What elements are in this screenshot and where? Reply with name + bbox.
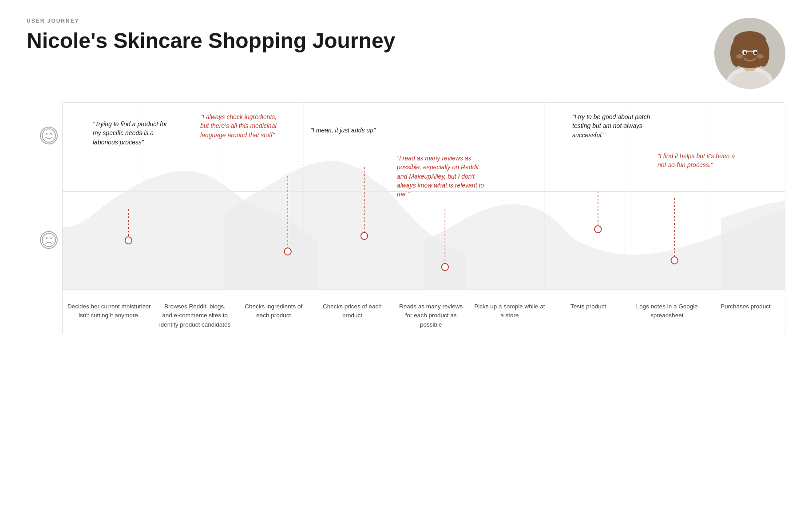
svg-point-16 xyxy=(42,129,55,142)
steps-row: Decides her current moisturizer isn't cu… xyxy=(63,289,785,334)
step-item-1: Decides her current moisturizer isn't cu… xyxy=(63,302,155,329)
svg-point-28 xyxy=(361,232,368,240)
avatar xyxy=(714,18,785,89)
svg-point-19 xyxy=(42,233,55,247)
step-item-9: Purchases product xyxy=(706,302,785,329)
svg-point-8 xyxy=(732,52,768,68)
journey-container: "Trying to find a product for my specifi… xyxy=(62,102,785,334)
quote-2: "I always check ingredients, but there's… xyxy=(200,112,282,140)
step-item-5: Reads as many reviews for each product a… xyxy=(392,302,470,329)
journey-wrapper: "Trying to find a product for my specifi… xyxy=(27,102,785,334)
svg-point-17 xyxy=(46,133,48,135)
svg-point-21 xyxy=(50,237,52,239)
step-item-3: Checks ingredients of each product xyxy=(234,302,313,329)
svg-point-20 xyxy=(46,237,48,239)
quote-3: "I mean, it just adds up" xyxy=(310,126,376,135)
step-item-6: Picks up a sample while at a store xyxy=(470,302,549,329)
header-left: USER JOURNEY Nicole's Skincare Shopping … xyxy=(27,18,395,53)
svg-point-14 xyxy=(757,54,764,59)
emotion-icons xyxy=(40,102,58,289)
svg-point-12 xyxy=(754,52,757,55)
quote-1: "Trying to find a product for my specifi… xyxy=(93,120,170,147)
step-item-7: Tests product xyxy=(549,302,627,329)
happy-icon xyxy=(40,127,58,144)
step-item-4: Checks prices of each product xyxy=(313,302,392,329)
step-item-2: Browses Reddit, blogs, and e-commerce si… xyxy=(155,302,234,329)
svg-point-26 xyxy=(285,248,291,255)
quote-5: "I try to be good about patch testing bu… xyxy=(572,112,657,140)
quote-6: "I find it helps but it's been a not-so-… xyxy=(658,152,742,170)
sad-icon xyxy=(40,231,58,249)
chart-area: "Trying to find a product for my specifi… xyxy=(63,103,785,289)
user-journey-label: USER JOURNEY xyxy=(27,18,395,24)
svg-point-34 xyxy=(671,257,678,264)
svg-point-24 xyxy=(125,237,132,244)
svg-point-13 xyxy=(736,54,743,59)
svg-point-18 xyxy=(50,133,52,135)
svg-point-30 xyxy=(442,263,448,271)
quote-4: "I read as many reviews as possible, esp… xyxy=(397,154,486,199)
svg-point-32 xyxy=(594,226,601,233)
step-item-8: Logs notes in a Google spreadsheet xyxy=(628,302,706,329)
svg-point-11 xyxy=(744,52,746,55)
header-section: USER JOURNEY Nicole's Skincare Shopping … xyxy=(27,18,785,89)
page-title: Nicole's Skincare Shopping Journey xyxy=(27,29,395,53)
